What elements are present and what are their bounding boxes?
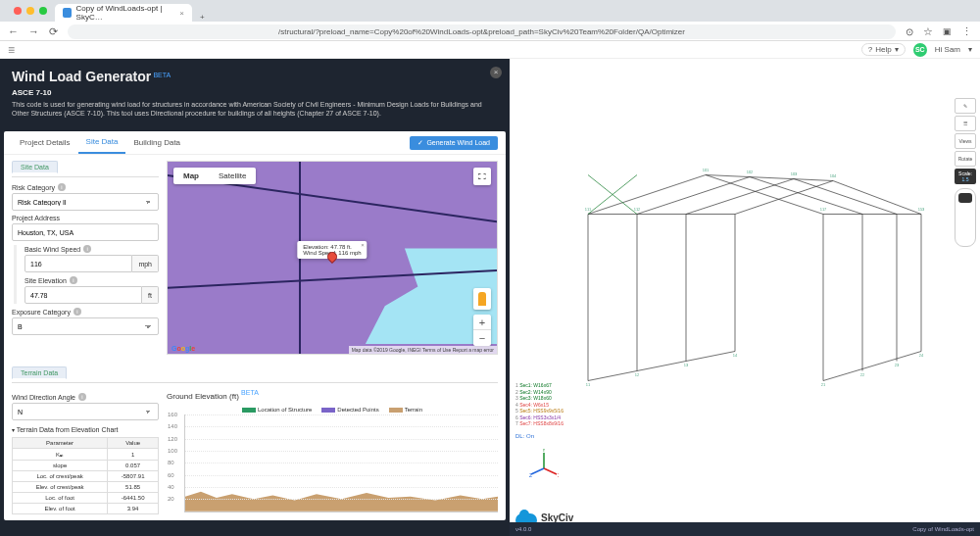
svg-text:X: X xyxy=(558,472,559,478)
info-icon[interactable]: i xyxy=(83,245,91,253)
svg-text:153: 153 xyxy=(918,207,925,212)
chart-title: Ground Elevation (ft) BETA xyxy=(167,389,498,401)
elevation-chart[interactable]: 20406080100120140160 xyxy=(184,414,498,512)
left-panel: × Wind Load Generator BETA ASCE 7-10 Thi… xyxy=(0,59,510,536)
map[interactable]: Map Satellite ⛶ × Elevation: 47.78 ft. W… xyxy=(167,161,498,355)
beta-badge: BETA xyxy=(153,72,171,78)
wind-direction-select[interactable]: N xyxy=(12,403,159,420)
reload-icon[interactable]: ⟳ xyxy=(49,25,58,38)
basic-wind-speed-input[interactable] xyxy=(24,255,132,272)
info-icon[interactable]: i xyxy=(58,183,66,191)
browser-chrome: Copy of WindLoads-opt | SkyC… × + ← → ⟳ … xyxy=(0,0,980,41)
exposure-category-label: Exposure Categoryi xyxy=(12,308,159,316)
maximize-window[interactable] xyxy=(39,7,47,15)
hamburger-icon[interactable]: ≡ xyxy=(8,43,15,57)
terrain-data-pill: Terrain Data xyxy=(12,366,67,379)
new-tab-button[interactable]: + xyxy=(192,13,213,22)
svg-text:21: 21 xyxy=(821,382,826,387)
info-icon[interactable]: i xyxy=(78,393,86,401)
help-icon: ? xyxy=(868,45,872,54)
svg-text:103: 103 xyxy=(791,171,798,176)
svg-line-20 xyxy=(531,468,544,474)
svg-text:112: 112 xyxy=(634,207,641,212)
svg-text:22: 22 xyxy=(860,372,865,377)
rotate-button[interactable]: Rotate xyxy=(955,151,976,167)
form-column: Site Data Risk Categoryi Risk Category I… xyxy=(12,161,159,355)
site-data-pill: Site Data xyxy=(12,161,58,173)
terrain-collapsible[interactable]: Terrain Data from Elevation Chart xyxy=(12,426,159,433)
y-tick: 160 xyxy=(168,412,177,417)
map-type-satellite[interactable]: Satellite xyxy=(209,168,256,184)
tab-bar: Copy of WindLoads-opt | SkyC… × + xyxy=(0,0,980,22)
tab-building-data[interactable]: Building Data xyxy=(125,132,188,153)
app-topbar: ≡ ? Help ▾ SC Hi Sam ▾ xyxy=(0,41,980,59)
chart-legend: Location of Structure Detected Points Te… xyxy=(167,407,498,413)
generate-wind-load-button[interactable]: ✓ Generate Wind Load xyxy=(410,136,498,150)
terrain-table: Parameter Value K₂ₜ1slope0.057Loc. of cr… xyxy=(12,437,159,514)
help-menu[interactable]: ? Help ▾ xyxy=(861,43,906,56)
module-subtitle: ASCE 7-10 xyxy=(12,88,498,97)
info-icon[interactable]: i xyxy=(74,308,81,316)
table-row: K₂ₜ1 xyxy=(13,449,159,461)
y-tick: 80 xyxy=(168,460,174,465)
bookmark-icon[interactable]: ☆ xyxy=(923,25,933,38)
site-elevation-input[interactable] xyxy=(24,286,142,304)
forward-icon[interactable]: → xyxy=(28,25,39,37)
table-row: slope0.057 xyxy=(13,461,159,471)
section-legend: 1 Sec1: W16x672 Sec2: W14x903 Sec3: W18x… xyxy=(515,382,564,427)
exposure-category-select[interactable]: B xyxy=(12,317,159,335)
module-title: Wind Load Generator xyxy=(12,69,151,84)
project-address-input[interactable] xyxy=(12,223,159,241)
url-field[interactable]: /structural/?preload_name=Copy%20of%20Wi… xyxy=(68,24,896,39)
card-tabs: Project Details Site Data Building Data … xyxy=(4,131,506,155)
avatar[interactable]: SC xyxy=(913,43,927,57)
pencil-icon[interactable]: ✎ xyxy=(955,98,976,114)
list-icon[interactable]: ☰ xyxy=(955,116,976,131)
map-type-map[interactable]: Map xyxy=(173,168,209,184)
address-bar: ← → ⟳ /structural/?preload_name=Copy%20o… xyxy=(0,22,980,41)
site-data-card: Project Details Site Data Building Data … xyxy=(4,131,506,520)
views-button[interactable]: Views xyxy=(955,133,976,149)
status-bar: v4.0.0 Copy of WindLoads-opt xyxy=(510,522,980,536)
greeting: Hi Sam xyxy=(935,45,960,54)
close-tab-icon[interactable]: × xyxy=(179,9,184,18)
user-chevron-icon[interactable]: ▾ xyxy=(968,45,972,54)
y-tick: 120 xyxy=(168,436,177,442)
zoom-slider[interactable] xyxy=(955,188,976,247)
browser-tab[interactable]: Copy of WindLoads-opt | SkyC… × xyxy=(55,4,192,22)
file-name-label: Copy of WindLoads-opt xyxy=(912,526,974,532)
table-row: Loc. of crest/peak-5807.91 xyxy=(13,471,159,482)
fullscreen-icon[interactable]: ⛶ xyxy=(473,168,491,185)
map-attribution[interactable]: Map data ©2019 Google, INEGI Terms of Us… xyxy=(349,346,497,354)
elevation-unit: ft xyxy=(142,286,159,304)
info-icon[interactable]: i xyxy=(70,276,77,284)
site-elevation-label: Site Elevationi xyxy=(24,276,159,284)
3d-viewer[interactable]: 11121314 21222324 101102103104 111112117… xyxy=(510,59,980,536)
menu-icon[interactable]: ⋮ xyxy=(961,25,972,38)
viewer-panel: 11121314 21222324 101102103104 111112117… xyxy=(510,59,980,536)
viewer-toolbar: ✎ ☰ Views Rotate Scale:1.5 xyxy=(955,98,976,247)
tab-site-data[interactable]: Site Data xyxy=(78,131,126,154)
svg-text:104: 104 xyxy=(830,173,837,178)
map-marker-icon[interactable] xyxy=(327,252,337,262)
svg-text:14: 14 xyxy=(733,353,738,358)
project-address-label: Project Address xyxy=(12,215,159,221)
wind-speed-unit: mph xyxy=(132,255,159,272)
close-module-icon[interactable]: × xyxy=(490,67,502,78)
axis-gizmo[interactable]: Y X Z xyxy=(529,449,559,480)
risk-category-select[interactable]: Risk Category II xyxy=(12,193,159,211)
back-icon[interactable]: ← xyxy=(8,25,19,37)
zoom-out-button[interactable]: − xyxy=(473,330,491,346)
close-window[interactable] xyxy=(14,7,22,15)
minimize-window[interactable] xyxy=(26,7,34,15)
pegman-icon[interactable] xyxy=(473,288,491,310)
search-icon[interactable]: ⊙ xyxy=(906,26,913,37)
module-header: × Wind Load Generator BETA ASCE 7-10 Thi… xyxy=(0,59,510,127)
zoom-in-button[interactable]: + xyxy=(473,315,491,330)
tooltip-close-icon[interactable]: × xyxy=(361,242,365,248)
check-icon: ✓ xyxy=(417,139,423,147)
extensions-icon[interactable]: ▣ xyxy=(943,26,952,36)
y-tick: 20 xyxy=(168,496,174,502)
tab-project-details[interactable]: Project Details xyxy=(12,132,78,153)
risk-category-label: Risk Categoryi xyxy=(12,183,159,191)
